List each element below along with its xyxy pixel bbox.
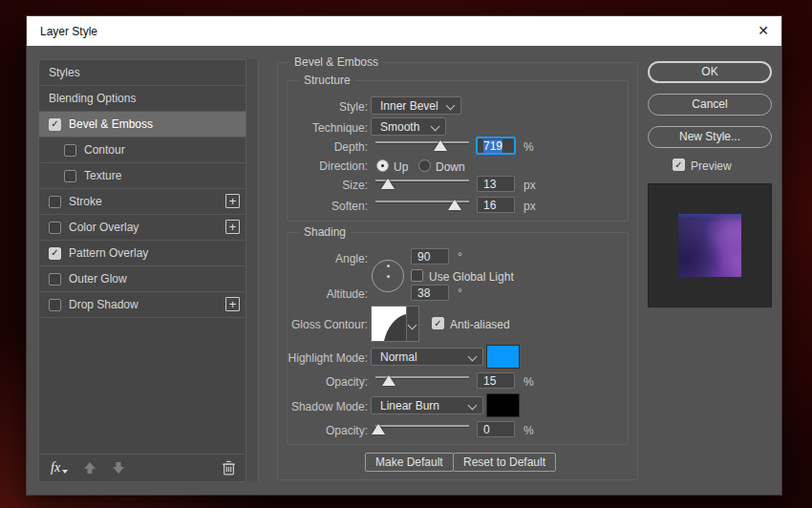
preview-label: Preview [691,159,732,173]
direction-up-radio[interactable] [376,159,389,172]
structure-group-title: Structure [299,74,355,87]
technique-label: Technique: [277,121,368,135]
sidebar-item-texture[interactable]: ✓ Texture [39,163,246,189]
style-value: Inner Bevel [380,99,438,113]
shadow-opacity-label: Opacity: [277,424,368,437]
soften-input[interactable]: 16 [477,197,515,213]
altitude-input[interactable]: 38 [411,285,449,301]
shadow-opacity-unit: % [524,424,534,437]
depth-slider-thumb[interactable] [434,140,447,151]
shading-group-title: Shading [299,225,351,239]
sidebar-item-stroke[interactable]: ✓ Stroke + [39,189,246,215]
move-effect-up-icon[interactable] [83,461,96,475]
soften-slider-thumb[interactable] [448,200,461,210]
size-slider-thumb[interactable] [381,179,395,189]
highlight-opacity-label: Opacity: [277,375,368,389]
sidebar-item-styles[interactable]: Styles [39,60,246,86]
preview-checkbox[interactable]: ✓ [673,159,685,171]
size-label: Size: [277,179,368,192]
drop-shadow-checkbox[interactable]: ✓ [49,299,61,311]
sidebar-item-drop-shadow[interactable]: ✓ Drop Shadow + [39,292,246,318]
chevron-down-icon [446,101,456,111]
soften-slider[interactable] [375,198,469,211]
highlight-mode-value: Normal [380,350,417,364]
depth-value: 719 [483,139,502,153]
ok-button[interactable]: OK [648,61,772,83]
sidebar-item-blending-options[interactable]: Blending Options [39,86,246,112]
highlight-opacity-slider[interactable] [375,373,469,387]
check-icon: ✓ [51,119,58,129]
sidebar-item-bevel-emboss[interactable]: ✓ Bevel & Emboss [39,112,246,138]
gloss-contour-dropdown[interactable] [407,306,419,342]
sidebar-item-label: Bevel & Emboss [69,117,153,131]
shadow-mode-value: Linear Burn [380,399,439,413]
highlight-color-swatch[interactable] [486,345,520,369]
size-slider[interactable] [375,177,469,190]
check-icon: ✓ [51,248,58,258]
soften-value: 16 [483,199,496,212]
contour-curve-icon [372,307,406,341]
delete-effect-icon[interactable] [222,460,236,476]
shadow-opacity-slider-thumb[interactable] [372,424,385,434]
color-overlay-checkbox[interactable]: ✓ [49,222,61,234]
sidebar-item-color-overlay[interactable]: ✓ Color Overlay + [39,215,246,241]
size-input[interactable]: 13 [477,176,515,192]
sidebar-scrollbar[interactable] [246,59,259,482]
sidebar-item-contour[interactable]: ✓ Contour [39,138,246,163]
highlight-opacity-input[interactable]: 15 [477,372,515,389]
sidebar-item-label: Outer Glow [69,272,127,286]
highlight-mode-dropdown[interactable]: Normal [371,348,483,366]
contour-checkbox[interactable]: ✓ [64,144,76,157]
sidebar-item-label: Contour [84,143,125,157]
pattern-overlay-checkbox[interactable]: ✓ [49,247,61,260]
soften-unit: px [524,200,536,213]
angle-dial[interactable] [372,260,404,292]
style-dropdown[interactable]: Inner Bevel [371,96,461,115]
outer-glow-checkbox[interactable]: ✓ [49,273,61,286]
shadow-opacity-slider-track[interactable] [375,425,469,427]
angle-input[interactable]: 90 [411,248,449,265]
gloss-contour-thumbnail[interactable] [371,306,407,342]
size-value: 13 [483,178,496,191]
anti-aliased-checkbox[interactable]: ✓ [432,317,444,329]
depth-input[interactable]: 719 [477,138,515,154]
depth-slider-track[interactable] [375,141,469,143]
check-icon: ✓ [674,160,682,170]
add-color-overlay-icon[interactable]: + [225,220,240,234]
direction-down-radio[interactable] [418,159,431,172]
fx-menu-button[interactable]: fx [51,460,60,476]
shadow-opacity-slider[interactable] [375,422,469,435]
texture-checkbox[interactable]: ✓ [64,170,76,182]
bevel-emboss-checkbox[interactable]: ✓ [49,118,61,131]
technique-dropdown[interactable]: Smooth [371,117,446,136]
depth-slider[interactable] [375,138,469,152]
sidebar-item-outer-glow[interactable]: ✓ Outer Glow [39,266,246,292]
direction-label: Direction: [277,159,368,173]
close-icon[interactable]: ✕ [758,23,769,38]
chevron-down-icon [468,401,478,411]
shadow-mode-dropdown[interactable]: Linear Burn [371,396,483,414]
cancel-button[interactable]: Cancel [648,94,772,116]
soften-label: Soften: [277,200,368,213]
dialog-titlebar[interactable]: Layer Style ✕ [27,16,781,46]
use-global-light-label: Use Global Light [429,270,514,284]
fx-dropdown-caret-icon [62,470,68,474]
technique-value: Smooth [380,120,419,134]
reset-to-default-button[interactable]: Reset to Default [453,453,556,472]
depth-unit: % [524,140,534,154]
stroke-checkbox[interactable]: ✓ [49,196,61,208]
sidebar-item-label: Drop Shadow [69,298,139,311]
sidebar-item-pattern-overlay[interactable]: ✓ Pattern Overlay [39,241,246,266]
highlight-opacity-slider-thumb[interactable] [382,375,395,386]
make-default-button[interactable]: Make Default [365,453,454,472]
shadow-opacity-input[interactable]: 0 [477,421,515,437]
bevel-emboss-group-title: Bevel & Emboss [289,55,383,69]
use-global-light-checkbox[interactable]: ✓ [411,269,423,282]
new-style-button[interactable]: New Style... [648,126,772,148]
layer-style-dialog: Layer Style ✕ Styles Blending Options ✓ … [27,16,781,495]
move-effect-down-icon[interactable] [112,461,125,475]
dialog-title: Layer Style [40,25,97,38]
add-stroke-icon[interactable]: + [225,194,240,208]
add-drop-shadow-icon[interactable]: + [225,297,240,311]
shadow-color-swatch[interactable] [486,393,520,417]
